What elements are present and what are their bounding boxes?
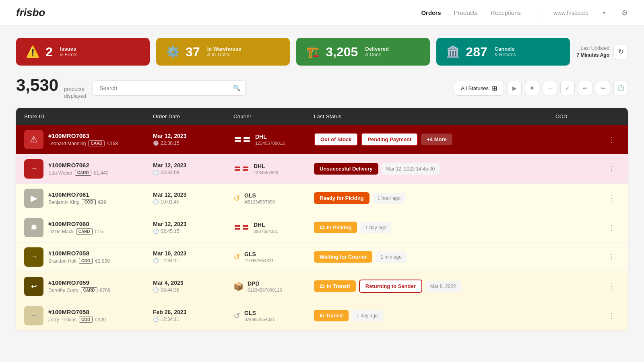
order-date: Mar 12, 2023 bbox=[153, 221, 233, 227]
amount: €15 bbox=[95, 229, 103, 234]
search-input[interactable] bbox=[93, 80, 246, 96]
courier-cell: 〓〓 DHL 1234567890 bbox=[233, 163, 314, 175]
stat-card-delivered[interactable]: 🏗️ 3,205 Delivered & Done bbox=[296, 38, 430, 66]
courier-id: 01234567890123 bbox=[248, 288, 282, 292]
more-button[interactable]: +4 More bbox=[421, 134, 452, 145]
status-badge-ready-picking[interactable]: Ready for Picking bbox=[314, 192, 369, 204]
status-badge-out-of-stock[interactable]: Out of Stock bbox=[314, 133, 358, 146]
asterisk-filter-button[interactable]: ✸ bbox=[525, 81, 539, 95]
table-row[interactable]: → #100MRO7062 Etta Weber CARD €1,440 Mar… bbox=[16, 154, 628, 184]
row-actions-button[interactable]: ⋮ bbox=[604, 134, 620, 146]
payment-badge: COD bbox=[82, 199, 95, 205]
status-badge-in-picking[interactable]: 🗂In Picking bbox=[314, 222, 357, 233]
order-meta: Brandon Holt COD €2,990 bbox=[48, 258, 110, 264]
domain-caret: ▾ bbox=[603, 10, 605, 16]
nav-products[interactable]: Products bbox=[454, 9, 478, 16]
order-id: #100MRO7058 bbox=[48, 309, 106, 315]
row-actions-button[interactable]: ⋮ bbox=[604, 222, 620, 234]
courier-logo: ↺ bbox=[233, 193, 240, 203]
return2-filter-button[interactable]: ↪ bbox=[596, 81, 610, 95]
arrow-filter-button[interactable]: → bbox=[543, 81, 557, 95]
status-badge-returning[interactable]: Returning to Sender bbox=[359, 280, 422, 293]
toolbar: 3,530 products displayed 🔍 All Statuses … bbox=[16, 77, 628, 100]
status-badge-in-transit[interactable]: 🗂In Transit bbox=[314, 280, 356, 292]
table-row[interactable]: ✸ #100MRO7060 Lizzie Mack CARD €15 Mar 1… bbox=[16, 213, 628, 243]
courier-logo: ↺ bbox=[233, 311, 240, 321]
table-row[interactable]: → #100MRO7058 Brandon Holt COD €2,990 Ma… bbox=[16, 243, 628, 272]
courier-name: GLS bbox=[244, 251, 274, 257]
courier-cell: 📦 DPD 01234567890123 bbox=[233, 280, 314, 292]
order-id-cell: ↩ #100MRO7059 Dorothy Curry CARD €768 bbox=[24, 277, 153, 296]
payment-badge: COD bbox=[79, 258, 93, 264]
row-actions-button[interactable]: ⋮ bbox=[604, 280, 620, 292]
row-icon-star: ✸ bbox=[24, 218, 43, 237]
amount: €168 bbox=[107, 141, 118, 146]
order-id-cell: → #100MRO7058 Brandon Holt COD €2,990 bbox=[24, 247, 153, 267]
order-info: #100MRO7061 Benjamin King COD €99 bbox=[48, 191, 106, 205]
table-row[interactable]: ↩ #100MRO7059 Dorothy Curry CARD €768 Ma… bbox=[16, 272, 628, 301]
courier-name: DHL bbox=[255, 134, 285, 140]
status-cell: In Transit 1 day ago bbox=[314, 310, 555, 321]
stat-card-issues[interactable]: ⚠️ 2 Issues & Errors bbox=[16, 38, 150, 66]
order-info: #100MRO7058 Brandon Holt COD €2,990 bbox=[48, 250, 110, 264]
header-store-id: Store ID bbox=[24, 113, 153, 119]
row-actions-button[interactable]: ⋮ bbox=[604, 310, 620, 322]
filter-bar: All Statuses ⊞ ▶ ✸ → ✓ ↩ ↪ 🕐 bbox=[454, 81, 628, 96]
row-icon-arrow-light: → bbox=[24, 306, 43, 325]
courier-logo: 〓〓 bbox=[233, 134, 251, 146]
clock-filter-button[interactable]: 🕐 bbox=[613, 81, 628, 95]
order-meta: Jerry Perkins COD €320 bbox=[48, 317, 106, 323]
status-badge-pending-payment[interactable]: Pending Payment bbox=[361, 133, 418, 146]
customer-name: Brandon Holt bbox=[48, 258, 76, 264]
status-badge-in-transit[interactable]: In Transit bbox=[314, 310, 349, 321]
last-updated-label: Last Updated bbox=[576, 45, 609, 52]
courier-id: 0987654321 bbox=[254, 229, 278, 234]
order-date: Mar 12, 2023 bbox=[153, 133, 233, 139]
row-icon-warning: ⚠ bbox=[24, 130, 43, 149]
table-row[interactable]: ▶ #100MRO7061 Benjamin King COD €99 Mar … bbox=[16, 184, 628, 213]
delivered-label-top: Delivered bbox=[365, 46, 389, 52]
courier-cell: 〓〓 DHL 123456789012 bbox=[233, 134, 314, 146]
row-actions-button[interactable]: ⋮ bbox=[604, 163, 620, 175]
courier-name: GLS bbox=[244, 310, 275, 316]
nav-orders[interactable]: Orders bbox=[421, 9, 441, 16]
order-id: #100MRO7058 bbox=[48, 250, 110, 257]
play-filter-button[interactable]: ▶ bbox=[507, 81, 522, 95]
nav-divider bbox=[537, 9, 537, 17]
courier-cell: ↺ GLS 210987654321 bbox=[233, 251, 314, 263]
row-icon-arrow: → bbox=[24, 159, 43, 179]
stat-card-cancels[interactable]: 🏛️ 287 Cancels & Returns bbox=[436, 38, 570, 66]
order-info: #100MRO7063 Leonard Manning CARD €168 bbox=[48, 132, 118, 146]
table-row[interactable]: ⚠ #100MRO7063 Leonard Manning CARD €168 … bbox=[16, 125, 628, 154]
nav-receptions[interactable]: Receptions bbox=[491, 9, 521, 16]
all-statuses-button[interactable]: All Statuses ⊞ bbox=[454, 81, 504, 96]
stat-card-warehouse[interactable]: ⚙️ 37 In Warehouse & In Traffic bbox=[156, 38, 290, 66]
logo: frisbo bbox=[16, 6, 45, 19]
customer-name: Etta Weber bbox=[48, 170, 72, 176]
return-filter-button[interactable]: ↩ bbox=[578, 81, 592, 95]
status-cell: Ready for Picking 1 hour ago bbox=[314, 192, 555, 204]
issues-label-top: Issues bbox=[60, 46, 78, 52]
product-count: 3,530 bbox=[16, 77, 58, 94]
row-actions-button[interactable]: ⋮ bbox=[604, 251, 620, 263]
main-content: ⚠️ 2 Issues & Errors ⚙️ 37 In Warehouse … bbox=[0, 26, 644, 343]
nav-domain[interactable]: www.frisbo.eu bbox=[553, 10, 588, 16]
courier-name: DHL bbox=[254, 222, 278, 228]
refresh-button[interactable]: ↻ bbox=[613, 45, 628, 59]
last-updated: Last Updated 7 Minutes Ago ↻ bbox=[576, 45, 628, 59]
order-date: Mar 4, 2023 bbox=[153, 280, 233, 286]
order-date-cell: Mar 12, 2023 🕐02:45:15 bbox=[153, 221, 233, 234]
status-badge-unsuccessful[interactable]: Unsuccesful Delivery bbox=[314, 163, 378, 175]
order-time: 🕐02:45:15 bbox=[153, 228, 233, 234]
table-row[interactable]: → #100MRO7058 Jerry Perkins COD €320 Feb… bbox=[16, 301, 628, 331]
nav-links: Orders Products Receptions www.frisbo.eu… bbox=[421, 8, 628, 17]
header-last-status: Last Status bbox=[314, 113, 555, 119]
settings-icon[interactable]: ⚙ bbox=[621, 8, 628, 17]
row-actions-button[interactable]: ⋮ bbox=[604, 192, 620, 204]
navbar: frisbo Orders Products Receptions www.fr… bbox=[0, 0, 644, 26]
order-id-cell: → #100MRO7062 Etta Weber CARD €1,440 bbox=[24, 159, 153, 179]
header-courier: Courier bbox=[233, 113, 314, 119]
header-actions bbox=[604, 113, 620, 119]
status-badge-waiting-courier[interactable]: Waiting for Courier bbox=[314, 251, 372, 263]
check-filter-button[interactable]: ✓ bbox=[560, 81, 575, 95]
